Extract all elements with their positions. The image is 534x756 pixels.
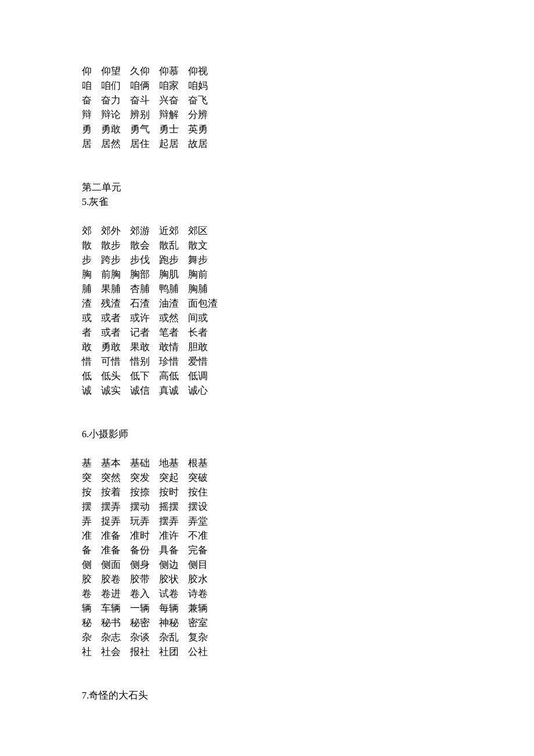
key-char: 奋 <box>82 93 101 107</box>
vocab-row: 胸前胸胸部胸肌胸前 <box>82 267 534 282</box>
vocab-word: 辩解 <box>159 107 188 122</box>
key-char: 胸 <box>82 267 101 282</box>
vocab-word: 郊外 <box>101 224 130 238</box>
lesson-heading: 6.小摄影师 <box>82 427 534 441</box>
vocab-word: 兼辆 <box>188 601 217 615</box>
vocab-word: 摆动 <box>130 499 159 514</box>
vocab-word: 胶水 <box>188 572 217 586</box>
vocab-word: 咱家 <box>159 78 188 93</box>
vocab-word: 摆弄 <box>101 499 130 514</box>
vocab-word: 低头 <box>101 369 130 383</box>
vocab-word: 鸭脯 <box>159 282 188 296</box>
vocab-word: 或许 <box>130 311 159 325</box>
vocab-word: 诗卷 <box>188 586 217 601</box>
key-char: 低 <box>82 369 101 383</box>
vocab-word: 英勇 <box>188 122 217 136</box>
vocab-word: 捉弄 <box>101 514 130 528</box>
vocab-word: 近郊 <box>159 224 188 238</box>
vocab-word: 勇士 <box>159 122 188 136</box>
key-char: 诚 <box>82 383 101 398</box>
vocab-word: 神秘 <box>159 615 188 630</box>
vocab-word: 笔者 <box>159 325 188 340</box>
vocab-row: 敢勇敢果敢敢情胆敢 <box>82 340 534 354</box>
vocab-word: 石渣 <box>130 296 159 311</box>
vocab-word: 弄堂 <box>188 514 217 528</box>
vocab-word: 准时 <box>130 528 159 543</box>
vocab-row: 诚诚实诚信真诚诚心 <box>82 383 534 398</box>
vocab-word: 突然 <box>101 470 130 485</box>
key-char: 惜 <box>82 354 101 369</box>
vocab-word: 复杂 <box>188 630 217 645</box>
vocab-row: 备准备备份具备完备 <box>82 543 534 557</box>
vocab-row: 摆摆弄摆动摇摆摆设 <box>82 499 534 514</box>
vocab-word: 可惜 <box>101 354 130 369</box>
vocab-word: 摆弄 <box>159 514 188 528</box>
vocab-word: 仰望 <box>101 64 130 78</box>
vocab-word: 按时 <box>159 485 188 499</box>
lesson-heading: 7.奇怪的大石头 <box>82 688 534 703</box>
vocab-row: 卷卷进卷入试卷诗卷 <box>82 586 534 601</box>
vocab-word: 诚心 <box>188 383 217 398</box>
vocab-row: 按按着按捺按时按住 <box>82 485 534 499</box>
vocab-row: 惜可惜惜别珍惜爱惜 <box>82 354 534 369</box>
vocab-word: 备份 <box>130 543 159 557</box>
vocab-word: 不准 <box>188 528 217 543</box>
vocab-row: 郊郊外郊游近郊郊区 <box>82 224 534 238</box>
vocab-word: 卷入 <box>130 586 159 601</box>
vocab-word: 故居 <box>188 136 217 151</box>
vocab-word: 勇敢 <box>101 122 130 136</box>
vocab-word: 一辆 <box>130 601 159 615</box>
vocab-word: 摇摆 <box>159 499 188 514</box>
vocab-row: 脯果脯杏脯鸭脯胸脯 <box>82 282 534 296</box>
vocab-word: 车辆 <box>101 601 130 615</box>
vocab-word: 侧边 <box>159 557 188 572</box>
vocab-word: 高低 <box>159 369 188 383</box>
vocab-word: 惜别 <box>130 354 159 369</box>
vocab-word: 完备 <box>188 543 217 557</box>
document-page: 仰仰望久仰仰慕仰视 咱咱们咱俩咱家咱妈 奋奋力奋斗兴奋奋飞 辩辩论辨别辩解分辨 … <box>0 0 534 756</box>
vocab-row: 居居然居住起居故居 <box>82 136 534 151</box>
vocab-word: 胸前 <box>188 267 217 282</box>
vocab-word: 残渣 <box>101 296 130 311</box>
vocab-word: 或者 <box>101 325 130 340</box>
vocab-word: 果脯 <box>101 282 130 296</box>
vocab-row: 步跨步步伐跑步舞步 <box>82 253 534 267</box>
vocab-row: 勇勇敢勇气勇士英勇 <box>82 122 534 136</box>
vocab-word: 突发 <box>130 470 159 485</box>
vocab-word: 步伐 <box>130 253 159 267</box>
vocab-word: 杂志 <box>101 630 130 645</box>
vocab-word: 咱妈 <box>188 78 217 93</box>
vocab-word: 散文 <box>188 238 217 253</box>
vocab-word: 基本 <box>101 456 130 470</box>
vocab-row: 社社会报社社团公社 <box>82 645 534 659</box>
vocab-word: 油渣 <box>159 296 188 311</box>
vocab-row: 辩辩论辨别辩解分辨 <box>82 107 534 122</box>
vocab-word: 准备 <box>101 543 130 557</box>
vocab-row: 或或者或许或然间或 <box>82 311 534 325</box>
key-char: 渣 <box>82 296 101 311</box>
vocab-row: 基基本基础地基根基 <box>82 456 534 470</box>
key-char: 散 <box>82 238 101 253</box>
vocab-word: 勇敢 <box>101 340 130 354</box>
key-char: 勇 <box>82 122 101 136</box>
vocab-word: 试卷 <box>159 586 188 601</box>
vocab-word: 散会 <box>130 238 159 253</box>
vocab-word: 分辨 <box>188 107 217 122</box>
vocab-word: 兴奋 <box>159 93 188 107</box>
vocab-word: 咱们 <box>101 78 130 93</box>
key-char: 卷 <box>82 586 101 601</box>
vocab-word: 间或 <box>188 311 217 325</box>
vocab-word: 玩弄 <box>130 514 159 528</box>
vocab-word: 跨步 <box>101 253 130 267</box>
lesson-heading: 5.灰雀 <box>82 195 534 209</box>
vocab-word: 敢情 <box>159 340 188 354</box>
vocab-word: 珍惜 <box>159 354 188 369</box>
key-char: 突 <box>82 470 101 485</box>
key-char: 侧 <box>82 557 101 572</box>
vocab-word: 低下 <box>130 369 159 383</box>
vocab-word: 地基 <box>159 456 188 470</box>
vocab-word: 爱惜 <box>188 354 217 369</box>
key-char: 敢 <box>82 340 101 354</box>
vocab-word: 奋飞 <box>188 93 217 107</box>
key-char: 辆 <box>82 601 101 615</box>
